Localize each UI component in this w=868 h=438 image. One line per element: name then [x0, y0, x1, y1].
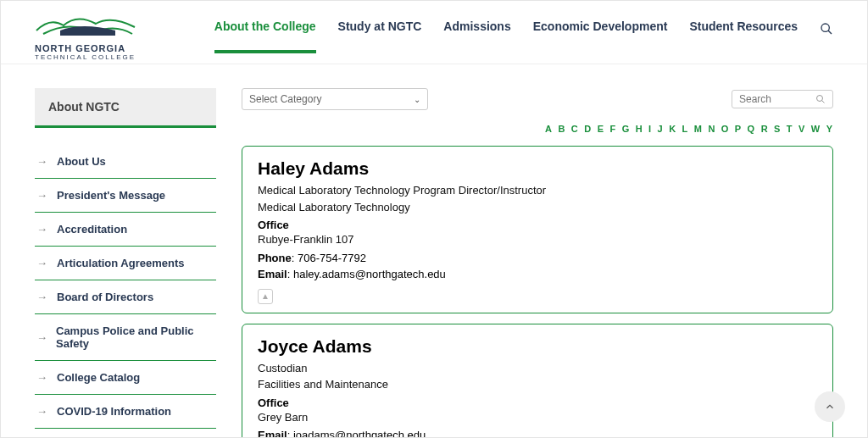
- alpha-link[interactable]: L: [682, 124, 689, 134]
- sidebar-item-label: Accreditation: [57, 223, 127, 236]
- sidebar-item-presidents-message[interactable]: → President's Message: [35, 179, 216, 213]
- main-top-controls: Select Category ⌄: [242, 88, 833, 110]
- sidebar: About NGTC → About Us → President's Mess…: [35, 88, 216, 438]
- sidebar-item-label: President's Message: [57, 189, 165, 202]
- nav-study[interactable]: Study at NGTC: [338, 19, 422, 53]
- person-office: Office: [258, 396, 817, 409]
- content: About NGTC → About Us → President's Mess…: [1, 64, 867, 438]
- alpha-link[interactable]: D: [584, 124, 592, 134]
- chevron-down-icon: ⌄: [414, 95, 420, 104]
- arrow-right-icon: →: [36, 223, 48, 236]
- person-phone-value: 706-754-7792: [298, 252, 366, 264]
- alpha-link[interactable]: M: [694, 124, 703, 134]
- person-marker-icon[interactable]: ▲: [258, 289, 273, 304]
- sidebar-item-about-us[interactable]: → About Us: [35, 145, 216, 179]
- sidebar-item-label: Board of Directors: [57, 291, 153, 303]
- nav-student-resources[interactable]: Student Resources: [689, 19, 798, 53]
- svg-point-2: [817, 96, 823, 102]
- alpha-link[interactable]: O: [721, 124, 730, 134]
- person-name: Haley Adams: [258, 158, 817, 179]
- sidebar-item-accreditation[interactable]: → Accreditation: [35, 213, 216, 247]
- alpha-link[interactable]: F: [609, 124, 616, 134]
- alpha-link[interactable]: G: [622, 124, 631, 134]
- person-name: Joyce Adams: [258, 336, 817, 357]
- select-category-label: Select Category: [249, 93, 321, 105]
- nav-admissions[interactable]: Admissions: [443, 19, 510, 53]
- alpha-link[interactable]: E: [598, 124, 604, 134]
- person-title: Medical Laboratory Technology Program Di…: [258, 182, 817, 199]
- office-label: Office: [258, 219, 289, 231]
- search-icon[interactable]: [820, 22, 833, 36]
- alpha-link[interactable]: Y: [826, 124, 833, 134]
- sidebar-item-label: Campus Police and Public Safety: [56, 324, 211, 350]
- alpha-link[interactable]: W: [811, 124, 821, 134]
- arrow-right-icon: →: [36, 331, 47, 344]
- alpha-link[interactable]: P: [735, 124, 742, 134]
- person-title: Custodian: [258, 360, 817, 377]
- alpha-link[interactable]: S: [774, 124, 781, 134]
- arrow-right-icon: →: [36, 291, 48, 303]
- alpha-link[interactable]: J: [658, 124, 664, 134]
- person-dept: Facilities and Maintenance: [258, 376, 817, 393]
- arrow-right-icon: →: [36, 257, 48, 269]
- sidebar-item-label: College Catalog: [57, 371, 140, 384]
- phone-label: Phone: [258, 252, 292, 264]
- svg-point-0: [821, 24, 829, 31]
- nav-economic-development[interactable]: Economic Development: [533, 19, 668, 53]
- sidebar-item-label: About Us: [57, 155, 106, 168]
- sidebar-item-covid[interactable]: → COVID-19 Information: [35, 395, 216, 429]
- select-category[interactable]: Select Category ⌄: [242, 88, 428, 110]
- sidebar-title: About NGTC: [35, 88, 216, 128]
- arrow-right-icon: →: [36, 155, 48, 168]
- alpha-link[interactable]: B: [558, 124, 565, 134]
- nav-about-college[interactable]: About the College: [214, 19, 316, 53]
- search-input[interactable]: [739, 93, 810, 105]
- sidebar-item-articulation[interactable]: → Articulation Agreements: [35, 247, 216, 280]
- sidebar-item-label: Articulation Agreements: [57, 257, 185, 269]
- sidebar-item-campus-police[interactable]: → Campus Police and Public Safety: [35, 314, 216, 361]
- sidebar-item-label: COVID-19 Information: [57, 405, 171, 418]
- sidebar-item-catalog[interactable]: → College Catalog: [35, 361, 216, 395]
- search-icon: [815, 94, 826, 104]
- person-email: Email: haley.adams@northgatech.edu: [258, 268, 817, 280]
- email-label: Email: [258, 268, 287, 280]
- person-email-value[interactable]: joadams@northgatech.edu: [293, 429, 426, 438]
- alpha-link[interactable]: R: [761, 124, 769, 134]
- top-nav: About the College Study at NGTC Admissio…: [214, 19, 833, 53]
- alpha-link[interactable]: I: [648, 124, 652, 134]
- alpha-link[interactable]: T: [787, 124, 793, 134]
- alpha-link[interactable]: Q: [748, 124, 756, 134]
- person-card: Haley Adams Medical Laboratory Technolog…: [242, 146, 833, 313]
- person-dept: Medical Laboratory Technology: [258, 199, 817, 216]
- alpha-link[interactable]: C: [571, 124, 579, 134]
- person-office-value: Grey Barn: [258, 409, 817, 426]
- alpha-link[interactable]: K: [669, 124, 676, 134]
- main: Select Category ⌄ A B C D E F G H I J K …: [242, 88, 833, 438]
- person-email: Email: joadams@northgatech.edu: [258, 429, 817, 438]
- sidebar-item-departments[interactable]: → Departments: [35, 429, 216, 438]
- sidebar-item-board[interactable]: → Board of Directors: [35, 280, 216, 314]
- logo-mountain-icon: [35, 12, 136, 44]
- alpha-link[interactable]: N: [708, 124, 715, 134]
- alpha-index: A B C D E F G H I J K L M N O P Q R S T …: [242, 120, 833, 136]
- person-office-value: Rubye-Franklin 107: [258, 231, 817, 248]
- chevron-up-icon: [824, 401, 836, 413]
- person-phone: Phone: 706-754-7792: [258, 252, 817, 264]
- logo-text-line2: TECHNICAL COLLEGE: [35, 53, 136, 61]
- logo[interactable]: NORTH GEORGIA TECHNICAL COLLEGE: [35, 12, 136, 61]
- arrow-right-icon: →: [36, 189, 48, 202]
- svg-line-3: [822, 101, 825, 103]
- person-office: Office: [258, 219, 817, 231]
- office-label: Office: [258, 396, 289, 409]
- arrow-right-icon: →: [36, 405, 48, 418]
- header: NORTH GEORGIA TECHNICAL COLLEGE About th…: [1, 1, 867, 64]
- alpha-link[interactable]: V: [798, 124, 805, 134]
- person-card: Joyce Adams Custodian Facilities and Mai…: [242, 324, 833, 439]
- search-box[interactable]: [732, 90, 833, 108]
- arrow-right-icon: →: [36, 371, 48, 384]
- person-email-value[interactable]: haley.adams@northgatech.edu: [293, 268, 446, 280]
- alpha-link[interactable]: A: [545, 124, 553, 134]
- svg-line-1: [828, 30, 832, 34]
- alpha-link[interactable]: H: [636, 124, 643, 134]
- scroll-to-top-button[interactable]: [815, 391, 845, 422]
